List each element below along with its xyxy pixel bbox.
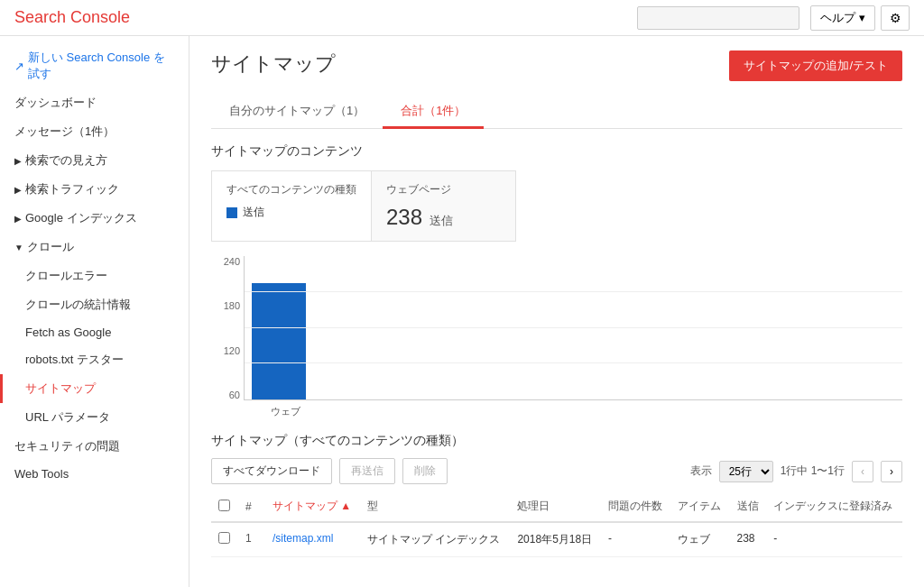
page-title: サイトマップ xyxy=(211,50,336,78)
sitemap-url-link[interactable]: /sitemap.xml xyxy=(273,532,333,545)
select-all-checkbox[interactable] xyxy=(218,500,230,511)
row-issues: - xyxy=(601,522,670,557)
sidebar-section-crawl[interactable]: ▼ クロール xyxy=(0,233,189,261)
bar-chart: 60 120 180 240 ウェブ xyxy=(211,256,902,418)
col-submitted: 送信 xyxy=(730,491,767,522)
row-sitemap-url: /sitemap.xml xyxy=(265,522,360,557)
col-indexed: インデックスに登録済み xyxy=(766,491,902,522)
y-label-180: 180 xyxy=(211,300,244,311)
row-checkbox[interactable] xyxy=(218,532,230,544)
table-header-row: # サイトマップ ▲ 型 処理日 問題の件数 アイテム 送信 インデックスに登録… xyxy=(211,491,902,522)
next-page-button[interactable]: › xyxy=(881,461,902,482)
content-type-box: すべてのコンテンツの種類 送信 xyxy=(211,170,372,242)
add-sitemap-button[interactable]: サイトマップの追加/テスト xyxy=(729,50,902,81)
sidebar: ↗ 新しい Search Console を試す ダッシュボード メッセージ（1… xyxy=(0,36,189,587)
tab-bar: 自分のサイトマップ（1） 合計（1件） xyxy=(211,96,902,129)
bar-web xyxy=(252,283,306,399)
arrow-icon: ▶ xyxy=(14,156,22,166)
sidebar-item-security[interactable]: セキュリティの問題 xyxy=(0,432,189,461)
content-value-label: ウェブページ xyxy=(386,182,501,197)
chevron-down-icon: ▾ xyxy=(859,11,865,24)
arrow-icon: ▶ xyxy=(14,185,22,195)
sitemap-content-card: すべてのコンテンツの種類 送信 ウェブページ 238 送信 xyxy=(211,170,902,242)
sidebar-new-console[interactable]: ↗ 新しい Search Console を試す xyxy=(0,43,189,88)
row-num: 1 xyxy=(238,522,265,557)
table-toolbar-right: 表示 25行 10行 50行 1行中 1〜1行 ‹ › xyxy=(690,461,902,482)
sidebar-item-sitemap[interactable]: サイトマップ xyxy=(0,374,189,403)
row-indexed: - xyxy=(766,522,902,557)
y-label-60: 60 xyxy=(211,390,244,400)
arrow-icon: ▼ xyxy=(14,243,23,252)
content-type-title: すべてのコンテンツの種類 xyxy=(226,182,356,197)
col-checkbox xyxy=(211,491,238,522)
sidebar-item-web-tools[interactable]: Web Tools xyxy=(0,461,189,487)
main-content: サイトマップ サイトマップの追加/テスト 自分のサイトマップ（1） 合計（1件）… xyxy=(189,36,924,587)
tab-all[interactable]: 合計（1件） xyxy=(383,96,484,129)
table-row: 1 /sitemap.xml サイトマップ インデックス 2018年5月18日 … xyxy=(211,522,902,557)
rows-per-page-select[interactable]: 25行 10行 50行 xyxy=(719,461,773,482)
app-title: Search Console xyxy=(14,8,130,27)
row-items: ウェブ xyxy=(670,522,729,557)
sidebar-item-dashboard[interactable]: ダッシュボード xyxy=(0,88,189,117)
gear-icon: ⚙ xyxy=(890,11,901,25)
search-input[interactable] xyxy=(637,6,799,30)
sidebar-item-messages[interactable]: メッセージ（1件） xyxy=(0,117,189,146)
table-toolbar: すべてダウンロード 再送信 削除 表示 25行 10行 50行 1行中 1〜1行… xyxy=(211,458,902,484)
sitemap-table: # サイトマップ ▲ 型 処理日 問題の件数 アイテム 送信 インデックスに登録… xyxy=(211,491,902,557)
help-button[interactable]: ヘルプ ▾ xyxy=(810,5,875,31)
y-label-240: 240 xyxy=(211,256,244,267)
col-sitemap[interactable]: サイトマップ ▲ xyxy=(265,491,360,522)
content-value-box: ウェブページ 238 送信 xyxy=(372,170,516,242)
sidebar-section-search-traffic[interactable]: ▶ 検索トラフィック xyxy=(0,175,189,204)
sidebar-item-robots-tester[interactable]: robots.txt テスター xyxy=(0,345,189,374)
row-processed: 2018年5月18日 xyxy=(510,522,601,557)
display-label: 表示 xyxy=(690,463,712,479)
settings-button[interactable]: ⚙ xyxy=(881,5,910,31)
content-type-legend: 送信 xyxy=(226,205,356,220)
col-items: アイテム xyxy=(670,491,729,522)
col-issues: 問題の件数 xyxy=(601,491,670,522)
x-axis: ウェブ xyxy=(244,405,902,418)
sidebar-item-url-params[interactable]: URL パラメータ xyxy=(0,403,189,432)
delete-button[interactable]: 削除 xyxy=(402,458,448,484)
sidebar-item-crawl-errors[interactable]: クロールエラー xyxy=(0,261,189,290)
chart-area xyxy=(244,256,902,400)
x-label-web: ウェブ xyxy=(258,405,312,418)
content-value-number: 238 送信 xyxy=(386,205,501,230)
sidebar-item-crawl-stats[interactable]: クロールの統計情報 xyxy=(0,290,189,319)
legend-label: 送信 xyxy=(243,205,264,220)
help-label: ヘルプ xyxy=(820,10,855,26)
layout: ↗ 新しい Search Console を試す ダッシュボード メッセージ（1… xyxy=(0,36,924,587)
download-all-button[interactable]: すべてダウンロード xyxy=(211,458,332,484)
page-header: サイトマップ サイトマップの追加/テスト xyxy=(211,50,902,81)
arrow-icon: ▶ xyxy=(14,214,22,224)
col-processed: 処理日 xyxy=(510,491,601,522)
y-axis: 60 120 180 240 xyxy=(211,256,244,400)
col-type: 型 xyxy=(360,491,510,522)
header: Search Console ヘルプ ▾ ⚙ xyxy=(0,0,924,36)
external-link-icon: ↗ xyxy=(14,60,24,73)
col-num: # xyxy=(238,491,265,522)
resend-button[interactable]: 再送信 xyxy=(339,458,395,484)
row-submitted: 238 xyxy=(730,522,767,557)
pagination-info: 1行中 1〜1行 xyxy=(781,463,845,479)
prev-page-button[interactable]: ‹ xyxy=(852,461,873,482)
legend-dot-icon xyxy=(226,207,237,218)
sitemap-content-title: サイトマップのコンテンツ xyxy=(211,143,902,160)
row-checkbox-cell xyxy=(211,522,238,557)
sidebar-section-search-appearance[interactable]: ▶ 検索での見え方 xyxy=(0,146,189,175)
table-section-title: サイトマップ（すべてのコンテンツの種類） xyxy=(211,433,902,449)
y-label-120: 120 xyxy=(211,345,244,356)
tab-own[interactable]: 自分のサイトマップ（1） xyxy=(211,96,383,129)
sidebar-item-fetch-as-google[interactable]: Fetch as Google xyxy=(0,319,189,345)
bar-group-web xyxy=(252,283,306,399)
sidebar-section-google-index[interactable]: ▶ Google インデックス xyxy=(0,204,189,233)
row-type: サイトマップ インデックス xyxy=(360,522,510,557)
